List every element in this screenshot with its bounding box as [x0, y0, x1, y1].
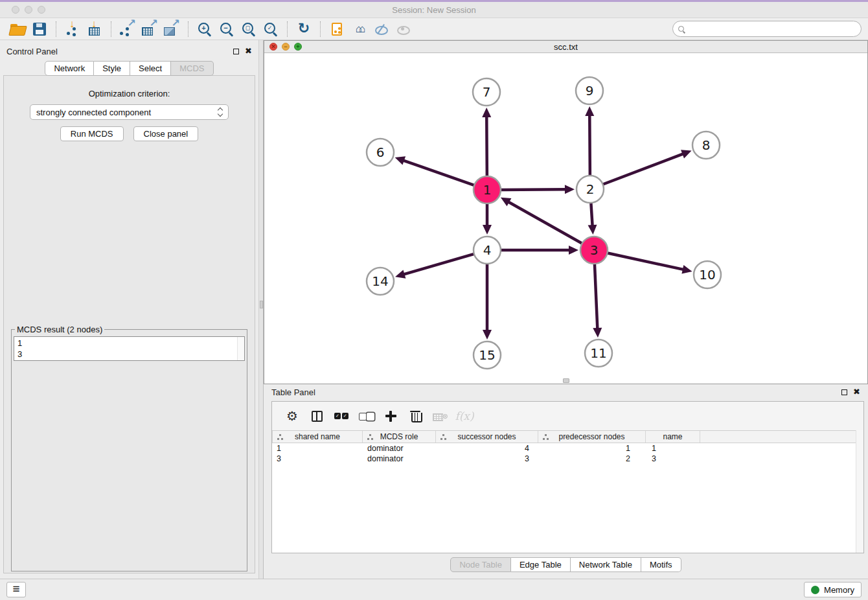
tab-select[interactable]: Select [130, 61, 171, 76]
edge-3-1[interactable] [508, 202, 583, 244]
import-table-button[interactable] [84, 19, 106, 39]
table-cell: 3 [436, 454, 538, 464]
edge-1-6[interactable] [403, 160, 475, 185]
graph-node-label: 10 [699, 267, 715, 283]
column-header-shared-name[interactable]: shared name [272, 431, 363, 443]
network-canvas[interactable]: 1234678910111415 [264, 53, 867, 384]
delete-table-button [428, 406, 452, 426]
canvas-scrollbar-handle[interactable] [563, 378, 569, 383]
tab-mcds[interactable]: MCDS [171, 61, 213, 76]
export-image-icon [163, 21, 180, 37]
hide-selected-button[interactable] [370, 19, 392, 39]
graph-node-label: 11 [590, 345, 606, 361]
splitter-grip-icon[interactable] [260, 301, 263, 308]
float-panel-icon[interactable] [233, 49, 239, 54]
table-scrollbar[interactable] [856, 430, 863, 553]
zoom-fit-button[interactable] [238, 19, 260, 39]
mcds-result-title: MCDS result (2 nodes) [15, 325, 104, 334]
close-panel-icon[interactable]: ✖ [245, 48, 252, 54]
column-header-successor-nodes[interactable]: successor nodes [436, 431, 538, 443]
table-cell: 1 [272, 443, 363, 454]
edge-3-11[interactable] [595, 262, 598, 329]
save-session-button[interactable] [29, 19, 51, 39]
table-row[interactable]: 3dominator323 [272, 454, 863, 464]
network-graph[interactable]: 1234678910111415 [264, 53, 867, 384]
column-label: predecessor nodes [558, 432, 624, 441]
float-table-panel-icon[interactable] [841, 389, 847, 395]
select-all-button[interactable] [329, 406, 354, 426]
zoom-out-button[interactable] [216, 19, 238, 39]
import-network-button[interactable] [62, 19, 84, 39]
deselect-all-button[interactable] [354, 406, 378, 426]
edge-arrowhead-icon [593, 328, 602, 338]
table-toolbar [272, 402, 863, 430]
edge-2-3[interactable] [591, 202, 592, 226]
control-panel-title: Control Panel [6, 47, 58, 56]
close-panel-button[interactable]: Close panel [133, 126, 199, 141]
tab-network[interactable]: Network [45, 61, 94, 76]
graph-node-label: 6 [376, 144, 385, 160]
zoom-fit-icon [242, 23, 253, 34]
close-table-panel-icon[interactable]: ✖ [853, 389, 860, 395]
list-icon [12, 584, 19, 595]
result-scrollbar[interactable] [237, 337, 244, 360]
import-network-icon [65, 21, 80, 37]
graph-node-label: 2 [586, 181, 595, 197]
network-window-title: scc.txt [264, 42, 867, 52]
table-tab-network-table[interactable]: Network Table [571, 557, 641, 572]
column-header-predecessor-nodes[interactable]: predecessor nodes [538, 431, 646, 443]
select-stepper-icon [216, 106, 225, 118]
hierarchy-icon [542, 434, 549, 440]
search-box[interactable] [672, 21, 862, 37]
export-table-icon [141, 21, 158, 37]
hierarchy-icon [277, 434, 284, 440]
search-input[interactable] [684, 24, 861, 34]
delete-column-button[interactable] [403, 406, 428, 426]
mcds-result-box[interactable]: 13 [14, 336, 245, 361]
table-row[interactable]: 1dominator411 [272, 443, 863, 454]
export-network-button[interactable] [117, 19, 139, 39]
edge-2-8[interactable] [602, 154, 684, 185]
column-label: shared name [295, 432, 340, 441]
edge-1-2[interactable] [499, 189, 566, 190]
column-label: name [663, 432, 682, 441]
toolbar-separator [111, 21, 111, 37]
table-cell: dominator [363, 443, 436, 454]
run-mcds-button[interactable]: Run MCDS [60, 126, 124, 141]
column-header-name[interactable]: name [646, 431, 700, 443]
panel-splitter[interactable] [258, 40, 264, 579]
table-tab-motifs[interactable]: Motifs [641, 557, 681, 572]
network-from-selection-button[interactable] [326, 19, 348, 39]
table-tab-edge-table[interactable]: Edge Table [511, 557, 571, 572]
refresh-button[interactable] [293, 19, 315, 39]
table-cell: 2 [538, 454, 646, 464]
control-panel-header: Control Panel ✖ [0, 44, 258, 58]
trash-icon [411, 411, 420, 422]
tab-style[interactable]: Style [94, 61, 130, 76]
edge-4-14[interactable] [404, 253, 475, 274]
table-tab-node-table[interactable]: Node Table [450, 557, 511, 572]
export-table-button[interactable] [139, 19, 161, 39]
zoom-in-button[interactable] [194, 19, 216, 39]
export-image-button[interactable] [161, 19, 183, 39]
task-history-button[interactable] [6, 582, 26, 597]
hierarchy-icon [440, 434, 447, 440]
graph-node-label: 3 [590, 242, 599, 258]
edge-2-9[interactable] [589, 115, 590, 177]
table-options-button[interactable] [280, 406, 304, 426]
column-visibility-button[interactable] [304, 406, 329, 426]
zoom-selected-button[interactable] [260, 19, 282, 39]
control-panel-tabs: NetworkStyleSelectMCDS [0, 61, 258, 76]
memory-button[interactable]: Memory [804, 582, 862, 597]
open-session-button[interactable] [6, 19, 29, 39]
edge-arrowhead-icon [585, 106, 594, 116]
refresh-icon [298, 22, 310, 36]
edge-1-7[interactable] [486, 116, 487, 178]
criterion-select[interactable]: strongly connected component [30, 104, 229, 120]
column-header-mcds-role[interactable]: MCDS role [363, 431, 436, 443]
create-column-button[interactable] [378, 406, 403, 426]
mcds-result-lines: 13 [17, 338, 241, 360]
edge-3-10[interactable] [606, 253, 684, 270]
table-cell: 3 [272, 454, 363, 464]
show-all-button[interactable] [348, 19, 370, 39]
